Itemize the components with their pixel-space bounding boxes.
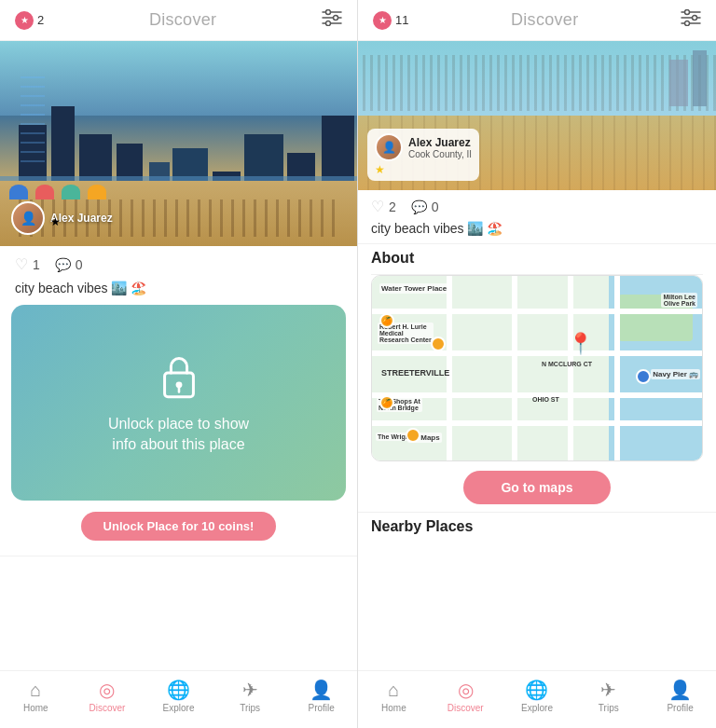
go-to-maps-button[interactable]: Go to maps <box>463 471 610 504</box>
left-nav-trips[interactable]: ✈ Trips <box>227 679 272 713</box>
road-v2 <box>512 276 517 460</box>
right-nav-trips[interactable]: ✈ Trips <box>586 679 631 713</box>
right-nav-home[interactable]: ⌂ Home <box>371 680 416 713</box>
left-nav-profile-label: Profile <box>308 703 334 713</box>
left-filter-icon[interactable] <box>322 9 342 31</box>
right-star-badge-icon: ★ <box>373 11 392 30</box>
svg-point-14 <box>684 21 689 26</box>
left-nav-trips-label: Trips <box>240 703 260 713</box>
discover-icon-left: ◎ <box>99 679 115 701</box>
right-heart-icon: ♡ <box>371 198 384 215</box>
lock-text: Unlock place to showinfo about this plac… <box>108 414 249 456</box>
map-poi-3: 🍊 <box>379 395 394 410</box>
right-user-info-box: 👤 Alex Juarez Cook County, Il ★ <box>367 129 479 181</box>
right-author-name: Alex Juarez <box>408 136 472 149</box>
explore-icon-left: 🌐 <box>167 679 190 701</box>
map-poi-1: 🍊 <box>379 313 394 328</box>
map-label-water-tower: Water Tower Place <box>379 283 448 294</box>
left-nav-discover-label: Discover <box>89 703 125 713</box>
bottom-spacer <box>358 543 716 598</box>
right-nav-trips-label: Trips <box>599 703 619 713</box>
left-nav-explore[interactable]: 🌐 Explore <box>156 679 200 713</box>
umbrella-4 <box>88 185 106 199</box>
unlock-button[interactable]: Unlock Place for 10 coins! <box>81 512 277 541</box>
svg-point-4 <box>334 16 338 21</box>
left-caption: city beach vibes 🏙️ 🏖️ <box>0 279 357 305</box>
left-like-count: 1 <box>33 257 40 272</box>
left-card-meta: ♡ 1 💬 0 <box>0 246 357 279</box>
left-panel: ★ 2 Discover <box>0 0 358 728</box>
right-trips-icon: ✈ <box>600 679 616 701</box>
comment-icon: 💬 <box>55 257 71 272</box>
left-comments[interactable]: 💬 0 <box>55 257 83 272</box>
right-comments[interactable]: 💬 0 <box>411 199 439 214</box>
right-nav-profile[interactable]: 👤 Profile <box>658 679 703 713</box>
road-h1 <box>372 309 702 314</box>
left-bottom-nav: ⌂ Home ◎ Discover 🌐 Explore ✈ Trips 👤 Pr… <box>0 670 357 728</box>
trips-icon-left: ✈ <box>242 679 258 701</box>
map-label-ohio: OHIO ST <box>530 395 561 404</box>
right-badge[interactable]: ★ 11 <box>373 11 408 30</box>
left-badge[interactable]: ★ 2 <box>15 11 44 30</box>
right-bottom-nav: ⌂ Home ◎ Discover 🌐 Explore ✈ Trips 👤 Pr… <box>358 670 716 728</box>
right-nav-explore-label: Explore <box>521 703 553 713</box>
map-poi-navy <box>636 369 651 384</box>
left-likes[interactable]: ♡ 1 <box>15 255 40 273</box>
right-nav-home-label: Home <box>381 703 406 713</box>
map-background: Water Tower Place Robert H. LurieMedical… <box>372 276 702 460</box>
left-nav-explore-label: Explore <box>163 703 195 713</box>
left-star-rating: ★ <box>50 215 61 228</box>
map-label-navy-pier: Navy Pier 🚌 <box>651 369 700 379</box>
heart-icon: ♡ <box>15 255 28 273</box>
left-title: Discover <box>149 10 216 30</box>
right-scroll: 👤 Alex Juarez Cook County, Il ★ ♡ 2 💬 0 <box>358 41 716 670</box>
right-panel: ★ 11 Discover <box>358 0 716 728</box>
right-hero-image: 👤 Alex Juarez Cook County, Il ★ <box>358 41 716 190</box>
right-avatar: 👤 <box>375 133 403 161</box>
left-nav-profile[interactable]: 👤 Profile <box>299 679 344 713</box>
right-nav-explore[interactable]: 🌐 Explore <box>515 679 559 713</box>
right-title: Discover <box>511 10 578 30</box>
map-location-pin: 📍 <box>568 332 593 356</box>
right-filter-icon[interactable] <box>681 9 701 31</box>
svg-point-13 <box>692 16 696 21</box>
road-v4 <box>614 276 620 460</box>
lock-card: Unlock place to showinfo about this plac… <box>11 305 346 501</box>
right-star: ★ <box>375 163 472 176</box>
umbrella-strip <box>9 185 348 199</box>
map-label-streeterville: STREETERVILLE <box>379 367 451 378</box>
right-home-icon: ⌂ <box>388 680 399 701</box>
star-badge-icon: ★ <box>15 11 34 30</box>
bottom-divider <box>0 556 357 556</box>
sky-left <box>0 41 357 116</box>
svg-point-12 <box>684 10 689 15</box>
map-poi-2 <box>431 337 446 351</box>
right-likes[interactable]: ♡ 2 <box>371 198 396 215</box>
road-h2 <box>372 350 702 356</box>
right-nav-discover[interactable]: ◎ Discover <box>443 679 488 713</box>
windows-left <box>21 69 45 162</box>
right-location: Cook County, Il <box>408 149 472 159</box>
right-nav-discover-label: Discover <box>448 703 484 713</box>
map-label-mcclurg: N MCCLURG CT <box>540 360 594 368</box>
svg-point-3 <box>326 10 331 15</box>
right-header: ★ 11 Discover <box>358 0 716 41</box>
right-explore-icon: 🌐 <box>525 679 548 701</box>
left-scroll: 👤 Alex Juarez ★ ♡ 1 💬 0 city beach vibes… <box>0 41 357 670</box>
beach-people-right <box>358 55 716 111</box>
left-nav-discover[interactable]: ◎ Discover <box>85 679 130 713</box>
left-nav-home[interactable]: ⌂ Home <box>13 680 58 713</box>
left-avatar: 👤 <box>11 201 45 235</box>
map-container[interactable]: Water Tower Place Robert H. LurieMedical… <box>371 275 703 461</box>
right-discover-icon: ◎ <box>458 679 474 701</box>
profile-icon-left: 👤 <box>310 679 333 701</box>
about-title: About <box>358 243 716 274</box>
left-nav-home-label: Home <box>23 703 48 713</box>
right-badge-count: 11 <box>395 13 408 27</box>
umbrella-2 <box>35 185 54 199</box>
umbrella-3 <box>62 185 80 199</box>
right-nav-profile-label: Profile <box>667 703 693 713</box>
road-h4 <box>372 420 702 426</box>
home-icon: ⌂ <box>30 680 41 701</box>
left-badge-count: 2 <box>37 13 44 27</box>
